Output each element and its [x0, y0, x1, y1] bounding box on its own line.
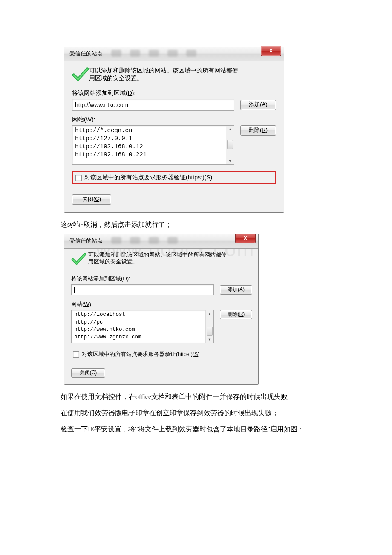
checkbox-label: 对该区域中的所有站点要求服务器验证(https:)(S) — [84, 174, 212, 182]
list-item[interactable]: http://*.cegn.cn — [75, 127, 223, 135]
dialog-info: 可以添加和删除该区域的网站。该区域中的所有网站都使 用区域的安全设置。 — [71, 253, 252, 267]
paragraph: 如果在使用文档控件，在office文档和表单中的附件一并保存的时候出现失败； — [47, 390, 366, 404]
list-item[interactable]: http://www.ntko.com — [74, 326, 203, 334]
add-zone-input[interactable]: http://www.ntko.com — [72, 99, 234, 111]
trusted-sites-dialog-2: 受信任的站点 x 可以添加和删除该区域的网站。该区域中的所有网站都使 — [64, 234, 259, 385]
list-item[interactable]: http://www.zghnzx.com — [74, 334, 203, 341]
checkbox-label: 对该区域中的所有站点要求服务器验证(https:)(S) — [82, 351, 200, 358]
trusted-sites-dialog-1: 受信任的站点 x 可以添加和删除该区域的网站。该区域中的所有网站都使 用区域的安… — [64, 47, 284, 213]
title-bar: 受信任的站点 x — [64, 47, 284, 61]
add-zone-label: 将该网站添加到区域(D): — [72, 90, 276, 97]
scrollbar[interactable]: ▲ ▼ — [205, 310, 213, 343]
remove-button[interactable]: 删除(R) — [220, 310, 252, 319]
title-blur-decor — [111, 237, 178, 244]
close-icon[interactable]: x — [261, 46, 281, 56]
checkmark-icon — [71, 253, 88, 267]
input-value: http://www.ntko.com — [75, 101, 128, 108]
paragraph: 在使用我们效劳器版电子印章在创立印章保存到效劳器的时候出现失败； — [47, 406, 366, 420]
add-zone-label: 将该网站添加到区域(D): — [71, 275, 252, 283]
checkbox-icon[interactable] — [75, 175, 82, 181]
list-item[interactable]: http://127.0.0.1 — [75, 135, 223, 143]
info-line-2: 用区域的安全设置。 — [88, 259, 138, 265]
scroll-down-icon[interactable]: ▼ — [206, 336, 213, 343]
scroll-thumb[interactable] — [207, 327, 213, 336]
add-button[interactable]: 添加(A) — [240, 100, 276, 110]
dialog-title: 受信任的站点 — [69, 50, 103, 58]
list-item[interactable]: http://pc — [74, 319, 203, 327]
checkbox-icon[interactable] — [73, 351, 79, 358]
sites-label: 网站(W): — [71, 301, 252, 308]
https-required-row[interactable]: 对该区域中的所有站点要求服务器验证(https:)(S) — [71, 350, 252, 359]
list-item[interactable]: http://localhost — [74, 311, 203, 319]
info-line-1: 可以添加和删除该区域的网站。该区域中的所有网站都使 — [88, 252, 227, 258]
scrollbar[interactable]: ▲ ▼ — [226, 126, 234, 164]
info-line-1: 可以添加和删除该区域的网站。该区域中的所有网站都使 — [89, 67, 238, 74]
sites-listbox[interactable]: http://localhost http://pc http://www.nt… — [71, 310, 214, 343]
add-zone-input[interactable] — [71, 284, 214, 295]
sites-listbox[interactable]: http://*.cegn.cn http://127.0.0.1 http:/… — [72, 125, 234, 165]
checkmark-icon — [72, 67, 89, 82]
close-button[interactable]: 关闭(C) — [72, 194, 111, 205]
dialog-info: 可以添加和删除该区域的网站。该区域中的所有网站都使 用区域的安全设置。 — [72, 67, 276, 82]
https-required-row[interactable]: 对该区域中的所有站点要求服务器验证(https:)(S) — [72, 171, 276, 184]
paragraph: 这s验证取消，然后点击添加就行了； — [47, 218, 366, 231]
add-button[interactable]: 添加(A) — [220, 285, 252, 295]
remove-button[interactable]: 删除(R) — [240, 125, 276, 136]
list-item[interactable]: http://192.168.0.12 — [75, 143, 223, 151]
sites-label: 网站(W): — [72, 116, 276, 124]
close-button[interactable]: 关闭(C) — [71, 368, 105, 378]
list-item[interactable]: http://192.168.0.221 — [75, 151, 223, 159]
scroll-down-icon[interactable]: ▼ — [226, 157, 234, 164]
paragraph: 检查一下IE平安设置，将"将文件上载到效劳器时包含了本地目录路径"启用如图： — [47, 422, 366, 436]
dialog-title: 受信任的站点 — [69, 237, 103, 245]
scroll-thumb[interactable] — [227, 140, 233, 149]
scroll-up-icon[interactable]: ▲ — [226, 126, 234, 133]
title-blur-decor — [111, 50, 196, 57]
info-line-2: 用区域的安全设置。 — [89, 75, 143, 81]
close-icon[interactable]: x — [235, 234, 256, 243]
scroll-up-icon[interactable]: ▲ — [206, 310, 213, 317]
title-bar: 受信任的站点 x — [64, 234, 258, 249]
